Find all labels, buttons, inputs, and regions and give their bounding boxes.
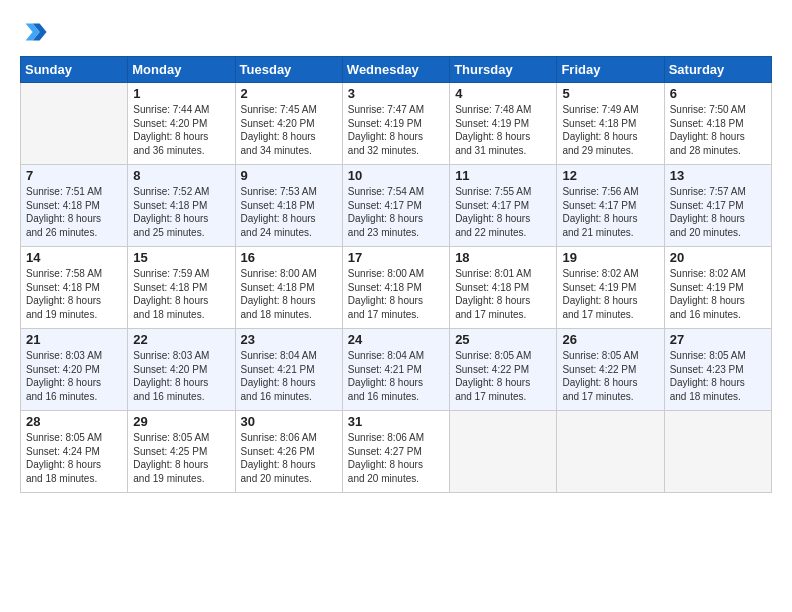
week-row-5: 28Sunrise: 8:05 AM Sunset: 4:24 PM Dayli… bbox=[21, 411, 772, 493]
day-info: Sunrise: 7:49 AM Sunset: 4:18 PM Dayligh… bbox=[562, 103, 658, 157]
day-info: Sunrise: 8:04 AM Sunset: 4:21 PM Dayligh… bbox=[241, 349, 337, 403]
weekday-header-saturday: Saturday bbox=[664, 57, 771, 83]
calendar-cell: 15Sunrise: 7:59 AM Sunset: 4:18 PM Dayli… bbox=[128, 247, 235, 329]
day-number: 4 bbox=[455, 86, 551, 101]
day-info: Sunrise: 7:59 AM Sunset: 4:18 PM Dayligh… bbox=[133, 267, 229, 321]
weekday-header-thursday: Thursday bbox=[450, 57, 557, 83]
calendar-cell: 19Sunrise: 8:02 AM Sunset: 4:19 PM Dayli… bbox=[557, 247, 664, 329]
day-info: Sunrise: 7:51 AM Sunset: 4:18 PM Dayligh… bbox=[26, 185, 122, 239]
calendar-cell bbox=[21, 83, 128, 165]
calendar-cell: 12Sunrise: 7:56 AM Sunset: 4:17 PM Dayli… bbox=[557, 165, 664, 247]
calendar-cell: 8Sunrise: 7:52 AM Sunset: 4:18 PM Daylig… bbox=[128, 165, 235, 247]
day-number: 8 bbox=[133, 168, 229, 183]
logo bbox=[20, 18, 50, 46]
day-number: 29 bbox=[133, 414, 229, 429]
day-number: 1 bbox=[133, 86, 229, 101]
calendar-cell: 20Sunrise: 8:02 AM Sunset: 4:19 PM Dayli… bbox=[664, 247, 771, 329]
weekday-header-sunday: Sunday bbox=[21, 57, 128, 83]
day-info: Sunrise: 7:58 AM Sunset: 4:18 PM Dayligh… bbox=[26, 267, 122, 321]
calendar-cell: 3Sunrise: 7:47 AM Sunset: 4:19 PM Daylig… bbox=[342, 83, 449, 165]
calendar-cell: 9Sunrise: 7:53 AM Sunset: 4:18 PM Daylig… bbox=[235, 165, 342, 247]
day-info: Sunrise: 8:03 AM Sunset: 4:20 PM Dayligh… bbox=[133, 349, 229, 403]
calendar-cell bbox=[557, 411, 664, 493]
day-info: Sunrise: 8:03 AM Sunset: 4:20 PM Dayligh… bbox=[26, 349, 122, 403]
day-info: Sunrise: 8:05 AM Sunset: 4:24 PM Dayligh… bbox=[26, 431, 122, 485]
day-number: 23 bbox=[241, 332, 337, 347]
day-info: Sunrise: 8:04 AM Sunset: 4:21 PM Dayligh… bbox=[348, 349, 444, 403]
page: SundayMondayTuesdayWednesdayThursdayFrid… bbox=[0, 0, 792, 612]
day-number: 30 bbox=[241, 414, 337, 429]
day-number: 7 bbox=[26, 168, 122, 183]
weekday-header-wednesday: Wednesday bbox=[342, 57, 449, 83]
day-number: 22 bbox=[133, 332, 229, 347]
calendar-cell: 2Sunrise: 7:45 AM Sunset: 4:20 PM Daylig… bbox=[235, 83, 342, 165]
week-row-1: 1Sunrise: 7:44 AM Sunset: 4:20 PM Daylig… bbox=[21, 83, 772, 165]
day-info: Sunrise: 8:05 AM Sunset: 4:25 PM Dayligh… bbox=[133, 431, 229, 485]
calendar-cell: 30Sunrise: 8:06 AM Sunset: 4:26 PM Dayli… bbox=[235, 411, 342, 493]
day-number: 17 bbox=[348, 250, 444, 265]
day-info: Sunrise: 7:52 AM Sunset: 4:18 PM Dayligh… bbox=[133, 185, 229, 239]
day-info: Sunrise: 8:05 AM Sunset: 4:22 PM Dayligh… bbox=[455, 349, 551, 403]
day-number: 6 bbox=[670, 86, 766, 101]
calendar-cell: 31Sunrise: 8:06 AM Sunset: 4:27 PM Dayli… bbox=[342, 411, 449, 493]
day-number: 26 bbox=[562, 332, 658, 347]
day-info: Sunrise: 7:44 AM Sunset: 4:20 PM Dayligh… bbox=[133, 103, 229, 157]
calendar-cell: 17Sunrise: 8:00 AM Sunset: 4:18 PM Dayli… bbox=[342, 247, 449, 329]
week-row-2: 7Sunrise: 7:51 AM Sunset: 4:18 PM Daylig… bbox=[21, 165, 772, 247]
day-info: Sunrise: 7:55 AM Sunset: 4:17 PM Dayligh… bbox=[455, 185, 551, 239]
day-info: Sunrise: 7:53 AM Sunset: 4:18 PM Dayligh… bbox=[241, 185, 337, 239]
logo-icon bbox=[20, 18, 48, 46]
day-number: 5 bbox=[562, 86, 658, 101]
calendar-table: SundayMondayTuesdayWednesdayThursdayFrid… bbox=[20, 56, 772, 493]
day-number: 18 bbox=[455, 250, 551, 265]
day-number: 9 bbox=[241, 168, 337, 183]
day-number: 21 bbox=[26, 332, 122, 347]
calendar-cell: 6Sunrise: 7:50 AM Sunset: 4:18 PM Daylig… bbox=[664, 83, 771, 165]
day-info: Sunrise: 7:54 AM Sunset: 4:17 PM Dayligh… bbox=[348, 185, 444, 239]
day-info: Sunrise: 7:45 AM Sunset: 4:20 PM Dayligh… bbox=[241, 103, 337, 157]
day-info: Sunrise: 8:00 AM Sunset: 4:18 PM Dayligh… bbox=[241, 267, 337, 321]
weekday-header-friday: Friday bbox=[557, 57, 664, 83]
calendar-cell: 1Sunrise: 7:44 AM Sunset: 4:20 PM Daylig… bbox=[128, 83, 235, 165]
calendar-cell: 10Sunrise: 7:54 AM Sunset: 4:17 PM Dayli… bbox=[342, 165, 449, 247]
calendar-cell: 25Sunrise: 8:05 AM Sunset: 4:22 PM Dayli… bbox=[450, 329, 557, 411]
day-number: 3 bbox=[348, 86, 444, 101]
day-info: Sunrise: 8:06 AM Sunset: 4:27 PM Dayligh… bbox=[348, 431, 444, 485]
day-info: Sunrise: 8:01 AM Sunset: 4:18 PM Dayligh… bbox=[455, 267, 551, 321]
header bbox=[20, 18, 772, 46]
day-info: Sunrise: 7:47 AM Sunset: 4:19 PM Dayligh… bbox=[348, 103, 444, 157]
day-number: 24 bbox=[348, 332, 444, 347]
day-number: 25 bbox=[455, 332, 551, 347]
day-number: 10 bbox=[348, 168, 444, 183]
weekday-header-row: SundayMondayTuesdayWednesdayThursdayFrid… bbox=[21, 57, 772, 83]
calendar-cell: 26Sunrise: 8:05 AM Sunset: 4:22 PM Dayli… bbox=[557, 329, 664, 411]
day-number: 28 bbox=[26, 414, 122, 429]
day-info: Sunrise: 8:02 AM Sunset: 4:19 PM Dayligh… bbox=[562, 267, 658, 321]
week-row-3: 14Sunrise: 7:58 AM Sunset: 4:18 PM Dayli… bbox=[21, 247, 772, 329]
calendar-cell: 28Sunrise: 8:05 AM Sunset: 4:24 PM Dayli… bbox=[21, 411, 128, 493]
calendar-cell: 16Sunrise: 8:00 AM Sunset: 4:18 PM Dayli… bbox=[235, 247, 342, 329]
calendar-cell: 5Sunrise: 7:49 AM Sunset: 4:18 PM Daylig… bbox=[557, 83, 664, 165]
calendar-cell: 11Sunrise: 7:55 AM Sunset: 4:17 PM Dayli… bbox=[450, 165, 557, 247]
day-info: Sunrise: 8:06 AM Sunset: 4:26 PM Dayligh… bbox=[241, 431, 337, 485]
day-info: Sunrise: 8:02 AM Sunset: 4:19 PM Dayligh… bbox=[670, 267, 766, 321]
day-number: 19 bbox=[562, 250, 658, 265]
day-info: Sunrise: 7:48 AM Sunset: 4:19 PM Dayligh… bbox=[455, 103, 551, 157]
day-info: Sunrise: 8:00 AM Sunset: 4:18 PM Dayligh… bbox=[348, 267, 444, 321]
day-number: 16 bbox=[241, 250, 337, 265]
calendar-cell: 27Sunrise: 8:05 AM Sunset: 4:23 PM Dayli… bbox=[664, 329, 771, 411]
weekday-header-monday: Monday bbox=[128, 57, 235, 83]
calendar-cell: 23Sunrise: 8:04 AM Sunset: 4:21 PM Dayli… bbox=[235, 329, 342, 411]
calendar-cell: 4Sunrise: 7:48 AM Sunset: 4:19 PM Daylig… bbox=[450, 83, 557, 165]
calendar-cell: 13Sunrise: 7:57 AM Sunset: 4:17 PM Dayli… bbox=[664, 165, 771, 247]
day-info: Sunrise: 7:56 AM Sunset: 4:17 PM Dayligh… bbox=[562, 185, 658, 239]
calendar-cell: 21Sunrise: 8:03 AM Sunset: 4:20 PM Dayli… bbox=[21, 329, 128, 411]
calendar-cell: 29Sunrise: 8:05 AM Sunset: 4:25 PM Dayli… bbox=[128, 411, 235, 493]
week-row-4: 21Sunrise: 8:03 AM Sunset: 4:20 PM Dayli… bbox=[21, 329, 772, 411]
day-number: 20 bbox=[670, 250, 766, 265]
calendar-cell bbox=[664, 411, 771, 493]
day-number: 31 bbox=[348, 414, 444, 429]
day-number: 12 bbox=[562, 168, 658, 183]
day-info: Sunrise: 8:05 AM Sunset: 4:23 PM Dayligh… bbox=[670, 349, 766, 403]
calendar-cell bbox=[450, 411, 557, 493]
